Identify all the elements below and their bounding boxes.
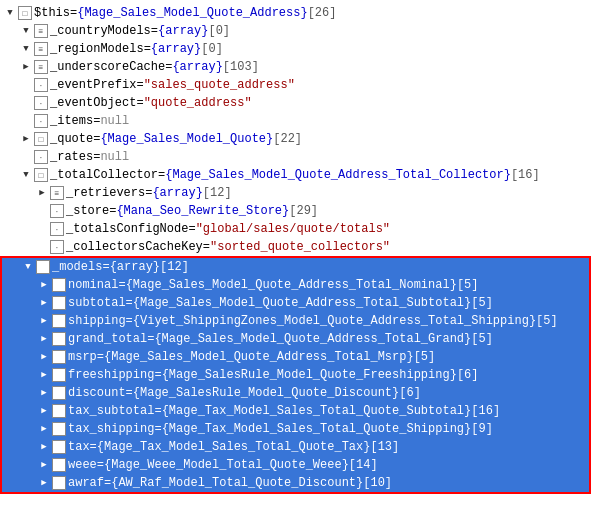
toggle-collapsed[interactable]: ▶	[38, 351, 50, 363]
scalar-icon: ·	[50, 222, 64, 236]
tree-row-totalCollector[interactable]: ▼□_totalCollector = {Mage_Sales_Model_Qu…	[0, 166, 591, 184]
toggle-collapsed[interactable]: ▶	[38, 315, 50, 327]
item-count: [6]	[399, 386, 421, 400]
toggle-collapsed[interactable]: ▶	[38, 423, 50, 435]
var-value: {Mage_Weee_Model_Total_Quote_Weee}	[104, 458, 349, 472]
object-icon: □	[52, 296, 66, 310]
var-name: _items	[50, 114, 93, 128]
array-icon: ≡	[34, 24, 48, 38]
equals-op: =	[126, 386, 133, 400]
toggle-expanded[interactable]: ▼	[4, 7, 16, 19]
toggle-none[interactable]	[36, 205, 48, 217]
tree-row-nominal[interactable]: ▶□nominal = {Mage_Sales_Model_Quote_Addr…	[2, 276, 589, 294]
equals-op: =	[109, 204, 116, 218]
var-value: {array}	[152, 186, 202, 200]
toggle-expanded[interactable]: ▼	[20, 43, 32, 55]
toggle-none[interactable]	[20, 151, 32, 163]
object-icon: □	[52, 386, 66, 400]
var-name: _collectorsCacheKey	[66, 240, 203, 254]
tree-row-subtotal[interactable]: ▶□subtotal = {Mage_Sales_Model_Quote_Add…	[2, 294, 589, 312]
tree-row-store[interactable]: ·_store = {Mana_Seo_Rewrite_Store} [29]	[0, 202, 591, 220]
toggle-collapsed[interactable]: ▶	[38, 405, 50, 417]
toggle-collapsed[interactable]: ▶	[38, 279, 50, 291]
tree-row-weee[interactable]: ▶□weee = {Mage_Weee_Model_Total_Quote_We…	[2, 456, 589, 474]
toggle-expanded[interactable]: ▼	[20, 169, 32, 181]
tree-row-eventPrefix[interactable]: ·_eventPrefix = "sales_quote_address"	[0, 76, 591, 94]
var-name: grand_total	[68, 332, 147, 346]
toggle-collapsed[interactable]: ▶	[38, 333, 50, 345]
var-value: {Mage_Tax_Model_Sales_Total_Quote_Subtot…	[162, 404, 472, 418]
var-name: _quote	[50, 132, 93, 146]
tree-row-shipping[interactable]: ▶□shipping = {Viyet_ShippingZones_Model_…	[2, 312, 589, 330]
toggle-collapsed[interactable]: ▶	[38, 297, 50, 309]
item-count: [5]	[536, 314, 558, 328]
tree-row-msrp[interactable]: ▶□msrp = {Mage_Sales_Model_Quote_Address…	[2, 348, 589, 366]
selected-block-wrapper: ▼≡_models = {array} [12]▶□nominal = {Mag…	[0, 256, 591, 494]
var-name: _countryModels	[50, 24, 151, 38]
item-count: [16]	[471, 404, 500, 418]
toggle-expanded[interactable]: ▼	[20, 25, 32, 37]
scalar-icon: ·	[34, 114, 48, 128]
toggle-none[interactable]	[36, 223, 48, 235]
tree-row-this[interactable]: ▼□$this = {Mage_Sales_Model_Quote_Addres…	[0, 4, 591, 22]
tree-row-tax_subtotal[interactable]: ▶□tax_subtotal = {Mage_Tax_Model_Sales_T…	[2, 402, 589, 420]
tree-row-regionModels[interactable]: ▼≡_regionModels = {array} [0]	[0, 40, 591, 58]
var-value: {Mana_Seo_Rewrite_Store}	[116, 204, 289, 218]
tree-row-models[interactable]: ▼≡_models = {array} [12]	[2, 258, 589, 276]
toggle-collapsed[interactable]: ▶	[38, 387, 50, 399]
item-count: [5]	[471, 332, 493, 346]
toggle-collapsed[interactable]: ▶	[38, 441, 50, 453]
var-name: tax_shipping	[68, 422, 154, 436]
tree-row-tax_shipping[interactable]: ▶□tax_shipping = {Mage_Tax_Model_Sales_T…	[2, 420, 589, 438]
tree-row-eventObject[interactable]: ·_eventObject = "quote_address"	[0, 94, 591, 112]
var-name: _totalCollector	[50, 168, 158, 182]
var-name: _regionModels	[50, 42, 144, 56]
tree-row-totalsConfigNode[interactable]: ·_totalsConfigNode = "global/sales/quote…	[0, 220, 591, 238]
toggle-collapsed[interactable]: ▶	[20, 61, 32, 73]
item-count: [12]	[160, 260, 189, 274]
var-value: "quote_address"	[144, 96, 252, 110]
item-count: [9]	[471, 422, 493, 436]
toggle-none[interactable]	[36, 241, 48, 253]
toggle-collapsed[interactable]: ▶	[38, 369, 50, 381]
toggle-collapsed[interactable]: ▶	[20, 133, 32, 145]
toggle-none[interactable]	[20, 97, 32, 109]
tree-row-awraf[interactable]: ▶□awraf = {AW_Raf_Model_Total_Quote_Disc…	[2, 474, 589, 492]
toggle-collapsed[interactable]: ▶	[38, 477, 50, 489]
equals-op: =	[118, 278, 125, 292]
var-name: _totalsConfigNode	[66, 222, 188, 236]
item-count: [10]	[363, 476, 392, 490]
item-count: [0]	[201, 42, 223, 56]
var-value: {array}	[110, 260, 160, 274]
item-count: [22]	[273, 132, 302, 146]
equals-op: =	[93, 150, 100, 164]
var-name: tax	[68, 440, 90, 454]
object-icon: □	[52, 458, 66, 472]
var-value: {Viyet_ShippingZones_Model_Quote_Address…	[133, 314, 536, 328]
tree-row-quote[interactable]: ▶□_quote = {Mage_Sales_Model_Quote} [22]	[0, 130, 591, 148]
var-name: discount	[68, 386, 126, 400]
equals-op: =	[165, 60, 172, 74]
tree-row-items[interactable]: ·_items = null	[0, 112, 591, 130]
item-count: [5]	[471, 296, 493, 310]
tree-row-collectorsCacheKey[interactable]: ·_collectorsCacheKey = "sorted_quote_col…	[0, 238, 591, 256]
array-icon: ≡	[50, 186, 64, 200]
item-count: [12]	[203, 186, 232, 200]
toggle-collapsed[interactable]: ▶	[36, 187, 48, 199]
tree-row-tax[interactable]: ▶□tax = {Mage_Tax_Model_Sales_Total_Quot…	[2, 438, 589, 456]
toggle-none[interactable]	[20, 79, 32, 91]
toggle-collapsed[interactable]: ▶	[38, 459, 50, 471]
tree-row-countryModels[interactable]: ▼≡_countryModels = {array} [0]	[0, 22, 591, 40]
equals-op: =	[136, 78, 143, 92]
tree-row-grand_total[interactable]: ▶□grand_total = {Mage_Sales_Model_Quote_…	[2, 330, 589, 348]
tree-row-retrievers[interactable]: ▶≡_retrievers = {array} [12]	[0, 184, 591, 202]
tree-row-rates[interactable]: ·_rates = null	[0, 148, 591, 166]
scalar-icon: ·	[34, 150, 48, 164]
tree-row-underscoreCache[interactable]: ▶≡_underscoreCache = {array} [103]	[0, 58, 591, 76]
tree-row-discount[interactable]: ▶□discount = {Mage_SalesRule_Model_Quote…	[2, 384, 589, 402]
equals-op: =	[188, 222, 195, 236]
tree-row-freeshipping[interactable]: ▶□freeshipping = {Mage_SalesRule_Model_Q…	[2, 366, 589, 384]
toggle-expanded[interactable]: ▼	[22, 261, 34, 273]
toggle-none[interactable]	[20, 115, 32, 127]
var-name: _rates	[50, 150, 93, 164]
